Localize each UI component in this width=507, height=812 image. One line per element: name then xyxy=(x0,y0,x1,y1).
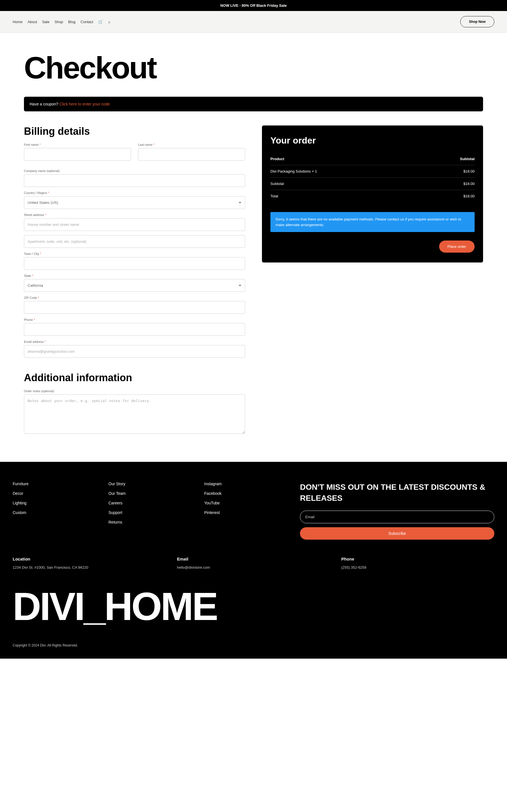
city-label: Town / City * xyxy=(24,252,245,255)
footer-link[interactable]: Furniture xyxy=(13,481,97,486)
coupon-link[interactable]: Click here to enter your code xyxy=(59,102,110,106)
product-header: Product xyxy=(270,157,284,161)
item-price: $18.00 xyxy=(463,169,474,173)
country-select[interactable]: United States (US) xyxy=(24,196,245,209)
footer-col-1: Furniture Decor Lighting Custom xyxy=(13,481,97,540)
site-header: Home About Sale Shop Blog Contact 🛒 ⌕ Sh… xyxy=(0,11,507,33)
phone-label: Phone * xyxy=(24,318,245,321)
footer-logo: DIVI_HOME xyxy=(13,583,494,629)
phone-input[interactable] xyxy=(24,323,245,336)
shop-now-button[interactable]: Shop Now xyxy=(460,16,494,28)
nav-sale[interactable]: Sale xyxy=(42,20,50,24)
footer-col-2: Our Story Our Team Careers Support Retur… xyxy=(108,481,193,540)
item-name: Divi Packaging Solutions × 1 xyxy=(270,169,317,173)
email-input[interactable] xyxy=(24,345,245,358)
order-section: Your order Product Subtotal Divi Packagi… xyxy=(262,125,483,439)
footer-link[interactable]: Careers xyxy=(108,501,193,505)
nav-home[interactable]: Home xyxy=(13,20,22,24)
state-select[interactable]: California xyxy=(24,279,245,292)
location-block: Location 1234 Divi St. #1000, San Franci… xyxy=(13,557,166,569)
country-label: Country / Region * xyxy=(24,191,245,195)
total-value: $18.00 xyxy=(463,194,474,198)
last-name-label: Last name * xyxy=(138,143,245,146)
search-icon[interactable]: ⌕ xyxy=(108,19,110,24)
footer-link[interactable]: Support xyxy=(108,510,193,515)
street-label: Street address * xyxy=(24,213,245,216)
zip-input[interactable] xyxy=(24,301,245,314)
footer-link[interactable]: YouTube xyxy=(204,501,289,505)
newsletter-title: DON'T MISS OUT ON THE LATEST DISCOUNTS &… xyxy=(300,481,494,504)
page-title: Checkout xyxy=(24,50,483,86)
last-name-input[interactable] xyxy=(138,148,245,161)
billing-section: Billing details First name * Last name *… xyxy=(24,125,245,439)
billing-title: Billing details xyxy=(24,125,245,137)
total-label: Total xyxy=(270,194,278,198)
first-name-input[interactable] xyxy=(24,148,131,161)
subtotal-value: $18.00 xyxy=(463,182,474,186)
order-title: Your order xyxy=(270,135,474,146)
company-label: Company name (optional) xyxy=(24,169,245,172)
footer-link[interactable]: Our Story xyxy=(108,481,193,486)
street-input[interactable] xyxy=(24,218,245,231)
nav-about[interactable]: About xyxy=(27,20,37,24)
newsletter-section: DON'T MISS OUT ON THE LATEST DISCOUNTS &… xyxy=(300,481,494,540)
email-contact-value: hello@divistore.com xyxy=(177,565,330,569)
phone-contact-label: Phone xyxy=(341,557,494,561)
cart-icon[interactable]: 🛒 xyxy=(98,19,103,24)
order-header-row: Product Subtotal xyxy=(270,153,474,165)
phone-block: Phone (255) 352-6258 xyxy=(341,557,494,569)
footer-link[interactable]: Pinterest xyxy=(204,510,289,515)
order-total-row: Total $18.00 xyxy=(270,190,474,202)
notes-label: Order notes (optional) xyxy=(24,389,245,393)
subtotal-label: Subtotal xyxy=(270,182,284,186)
notes-textarea[interactable] xyxy=(24,395,245,434)
order-item-row: Divi Packaging Solutions × 1 $18.00 xyxy=(270,165,474,177)
order-box: Your order Product Subtotal Divi Packagi… xyxy=(262,125,483,262)
footer-link[interactable]: Lighting xyxy=(13,501,97,505)
subscribe-button[interactable]: Subscribe xyxy=(300,527,494,540)
phone-contact-value: (255) 352-6258 xyxy=(341,565,494,569)
email-block: Email hello@divistore.com xyxy=(177,557,330,569)
email-label: Email address * xyxy=(24,340,245,343)
nav-shop[interactable]: Shop xyxy=(55,20,63,24)
nav-contact[interactable]: Contact xyxy=(80,20,93,24)
footer-link[interactable]: Returns xyxy=(108,520,193,524)
footer-link[interactable]: Facebook xyxy=(204,491,289,496)
coupon-bar: Have a coupon? Click here to enter your … xyxy=(24,97,483,111)
promo-banner: NOW LIVE - 80% Off Black Friday Sale xyxy=(0,0,507,11)
footer-link[interactable]: Decor xyxy=(13,491,97,496)
first-name-label: First name * xyxy=(24,143,131,146)
nav-blog[interactable]: Blog xyxy=(68,20,75,24)
footer-link[interactable]: Custom xyxy=(13,510,97,515)
state-label: State * xyxy=(24,274,245,277)
order-subtotal-row: Subtotal $18.00 xyxy=(270,177,474,190)
street2-input[interactable] xyxy=(24,235,245,248)
location-value: 1234 Divi St. #1000, San Francisco, CA 9… xyxy=(13,565,166,569)
city-input[interactable] xyxy=(24,257,245,270)
footer-link[interactable]: Our Team xyxy=(108,491,193,496)
email-contact-label: Email xyxy=(177,557,330,561)
coupon-prompt: Have a coupon? xyxy=(30,102,59,106)
footer-link[interactable]: Instagram xyxy=(204,481,289,486)
location-label: Location xyxy=(13,557,166,561)
footer-col-3: Instagram Facebook YouTube Pinterest xyxy=(204,481,289,540)
additional-title: Additional information xyxy=(24,372,245,384)
company-input[interactable] xyxy=(24,174,245,187)
site-footer: Furniture Decor Lighting Custom Our Stor… xyxy=(0,462,507,659)
zip-label: ZIP Code * xyxy=(24,296,245,299)
main-nav: Home About Sale Shop Blog Contact 🛒 ⌕ xyxy=(13,19,110,24)
place-order-button[interactable]: Place order xyxy=(439,241,474,253)
subtotal-header: Subtotal xyxy=(460,157,474,161)
copyright: Copyright © 2024 Divi. All Rights Reserv… xyxy=(13,644,494,647)
newsletter-email-input[interactable] xyxy=(300,511,494,523)
payment-notice: Sorry, it seems that there are no availa… xyxy=(270,212,474,232)
